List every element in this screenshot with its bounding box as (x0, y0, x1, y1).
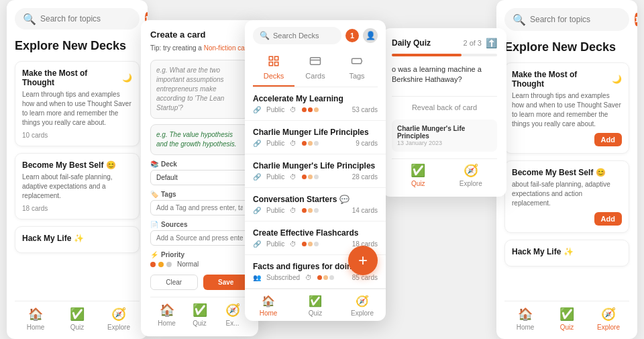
left-deck-card-3[interactable]: Hack My Life ✨ (15, 226, 140, 253)
back-card-placeholder[interactable]: e.g. The value hypothesis and the growth… (150, 124, 249, 155)
deck-count-1: 53 cards (352, 106, 378, 113)
pd-6-2 (323, 275, 328, 280)
home-icon-left: 🏠 (28, 307, 43, 322)
left-nav-quiz[interactable]: ✅ Quiz (56, 307, 98, 331)
tab-tags-label: Tags (349, 72, 364, 80)
sources-input[interactable] (150, 230, 249, 246)
right-quiz-label: Quiz (560, 324, 574, 331)
create-nav-explore[interactable]: 🧭 Ex... (216, 303, 249, 327)
right-nav-quiz[interactable]: ✅ Quiz (546, 307, 588, 331)
left-deck-desc-1: Learn through tips and examples how and … (22, 90, 132, 128)
fab-add-button[interactable]: + (348, 246, 378, 275)
deck-list-item-3[interactable]: Charlie Munger's Life Principles 🔗 Publi… (245, 154, 386, 188)
main-search-panel: 🔍 1 👤 Decks Cards (245, 20, 386, 321)
main-nav-home[interactable]: 🏠 Home (245, 295, 292, 317)
left-deck-count-2: 18 cards (22, 205, 132, 212)
left-nav-explore[interactable]: 🧭 Explore (98, 307, 140, 331)
left-deck-count-1: 10 cards (22, 132, 132, 139)
tags-field: 🏷️ Tags (150, 191, 249, 215)
timer-icon-2: ⏱ (290, 140, 297, 147)
right-deck-card-3[interactable]: Hack My Life ✨ (504, 240, 629, 267)
create-tip: Tip: try creating a Non-fiction ca (150, 44, 249, 53)
create-bottom-nav: 🏠 Home ✅ Quiz 🧭 Ex... (150, 297, 249, 327)
left-deck-desc-2: Learn about fail-safe planning, adaptive… (22, 173, 132, 201)
conversation-emoji: 💬 (339, 195, 350, 204)
main-bottom-nav: 🏠 Home ✅ Quiz 🧭 Explore (245, 289, 386, 321)
pd-2-3 (314, 141, 319, 146)
left-deck-card-2[interactable]: Become My Best Self 😊 Learn about fail-s… (15, 153, 140, 220)
create-nav-home[interactable]: 🏠 Home (150, 303, 183, 327)
right-deck-card-1[interactable]: Make the Most of Thought 🌙 Learn through… (504, 62, 629, 154)
explore-icon-right: 🧭 (601, 307, 616, 322)
deck-meta-3: 🔗 Public ⏱ 28 cards (253, 173, 378, 181)
deck-list-item-2[interactable]: Charlie Munger Life Principles 🔗 Public … (245, 121, 386, 154)
deck-list-item-1[interactable]: Accelerate My Learning 🔗 Public ⏱ 53 car… (245, 87, 386, 121)
main-avatar[interactable]: 👤 (363, 28, 378, 43)
main-search-row: 🔍 1 👤 (253, 27, 378, 44)
main-nav-explore[interactable]: 🧭 Explore (339, 295, 386, 317)
pd-4-1 (302, 208, 307, 213)
main-search-box[interactable]: 🔍 (253, 27, 341, 44)
main-quiz-label: Quiz (309, 309, 323, 317)
tags-input[interactable] (150, 200, 249, 215)
front-card-placeholder[interactable]: e.g. What are the two important assumpti… (150, 60, 249, 119)
main-nav-quiz[interactable]: ✅ Quiz (292, 295, 339, 317)
tab-cards[interactable]: Cards (294, 51, 336, 87)
quiz-icon-right: ✅ (559, 307, 574, 322)
left-home-label: Home (27, 324, 45, 331)
deck-list-item-4[interactable]: Conversation Starters 💬 🔗 Public ⏱ 14 ca… (245, 188, 386, 222)
public-icon-5: 🔗 (253, 240, 261, 248)
right-deck-card-2[interactable]: Become My Best Self 😊 about fail-safe pl… (504, 160, 629, 233)
progress-dots-4 (302, 208, 319, 213)
right-nav-explore[interactable]: 🧭 Explore (588, 307, 629, 331)
pd-1-3 (314, 107, 319, 112)
tab-decks[interactable]: Decks (253, 51, 294, 87)
quiz-count: 2 of 3 (463, 39, 482, 47)
quiz-deck-info: Charlie Munger's Life Principles 13 Janu… (392, 119, 497, 152)
priority-field: ⚡ Priority Normal (150, 251, 249, 268)
public-icon-1: 🔗 (253, 106, 261, 113)
left-section-title: Explore New Decks (15, 39, 140, 53)
pd-5-2 (308, 242, 313, 246)
left-deck-title-2: Become My Best Self 😊 (22, 160, 132, 170)
right-add-btn-2[interactable]: Add (594, 212, 622, 226)
main-search-input[interactable] (273, 32, 335, 40)
tip-link[interactable]: Non-fiction ca (204, 44, 245, 52)
deck-field: 📚 Deck (150, 160, 249, 185)
create-nav-quiz[interactable]: ✅ Quiz (183, 303, 216, 327)
deck-input[interactable] (150, 170, 249, 185)
pd-1-1 (302, 107, 307, 112)
create-quiz-label: Quiz (193, 320, 207, 327)
right-search-bar[interactable]: 🔍 1 👤 (504, 8, 629, 31)
quiz-icon-left: ✅ (70, 307, 85, 322)
tags-label: 🏷️ Tags (150, 191, 249, 198)
save-button[interactable]: Save (203, 275, 250, 290)
search-icon-right: 🔍 (513, 13, 526, 26)
right-add-btn-1[interactable]: Add (594, 133, 622, 146)
sources-label: 📄 Sources (150, 221, 249, 228)
deck-title-4: Conversation Starters 💬 (253, 195, 378, 204)
deck-title-1: Accelerate My Learning (253, 94, 378, 103)
timer-icon-3: ⏱ (290, 173, 297, 181)
left-deck-card-1[interactable]: Make the Most of Thought 🌙 Learn through… (15, 61, 140, 146)
priority-dot-low (166, 262, 172, 267)
right-explore-label: Explore (597, 324, 620, 331)
create-panel-title: Create a card (150, 30, 249, 40)
quiz-reveal[interactable]: Reveal back of card (392, 96, 497, 111)
svg-rect-0 (269, 56, 272, 60)
clear-button[interactable]: Clear (150, 275, 198, 290)
left-search-input[interactable] (40, 14, 141, 23)
quiz-panel-nav-quiz[interactable]: ✅ Quiz (392, 163, 445, 187)
priority-dot-high (150, 262, 156, 267)
right-search-input[interactable] (530, 15, 631, 24)
left-search-bar[interactable]: 🔍 1 (15, 8, 140, 30)
quiz-panel-nav-explore[interactable]: 🧭 Explore (445, 163, 498, 187)
home-icon-main: 🏠 (262, 295, 275, 307)
left-nav-home[interactable]: 🏠 Home (15, 307, 56, 331)
timer-icon-1: ⏱ (290, 106, 297, 113)
decks-tab-icon (268, 55, 280, 70)
right-nav-home[interactable]: 🏠 Home (504, 307, 546, 331)
tab-tags[interactable]: Tags (336, 51, 378, 87)
deck-title-3: Charlie Munger's Life Principles (253, 161, 378, 171)
share-icon[interactable]: ⬆️ (486, 38, 497, 48)
